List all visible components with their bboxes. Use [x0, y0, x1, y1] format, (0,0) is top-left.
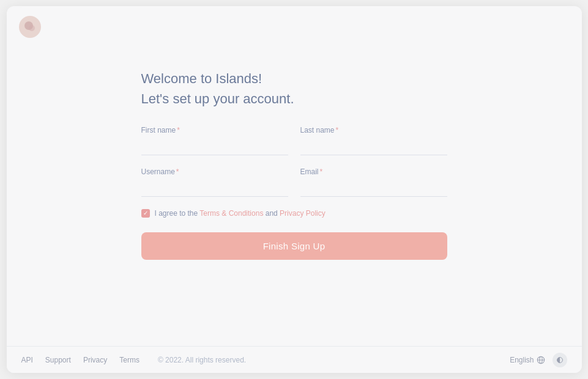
last-name-input[interactable]: [300, 138, 447, 155]
first-name-input[interactable]: [141, 138, 288, 155]
username-input[interactable]: [141, 180, 288, 197]
agreement-label: I agree to the Terms & Conditions and Pr…: [155, 209, 326, 218]
email-group: Email*: [300, 167, 447, 197]
name-row: First name* Last name*: [141, 126, 447, 155]
email-input[interactable]: [300, 180, 447, 197]
footer-privacy-link[interactable]: Privacy: [83, 356, 107, 364]
footer-copyright: © 2022. All rights reserved.: [158, 356, 246, 364]
footer-terms-link[interactable]: Terms: [119, 356, 140, 364]
terms-link[interactable]: Terms & Conditions: [199, 209, 263, 218]
footer-right: English: [510, 353, 567, 367]
welcome-title: Welcome to Islands! Let's set up your ac…: [141, 68, 447, 109]
svg-point-1: [29, 25, 35, 31]
app-logo: [19, 16, 41, 38]
main-content: Welcome to Islands! Let's set up your ac…: [7, 6, 582, 346]
app-window: Welcome to Islands! Let's set up your ac…: [7, 6, 582, 373]
theme-toggle-button[interactable]: [553, 353, 567, 367]
email-label: Email*: [300, 167, 447, 176]
logo-area: [19, 16, 41, 38]
globe-icon: [537, 356, 545, 364]
language-selector[interactable]: English: [510, 356, 545, 364]
username-group: Username*: [141, 167, 288, 197]
form-container: Welcome to Islands! Let's set up your ac…: [141, 68, 447, 260]
footer: API Support Privacy Terms © 2022. All ri…: [7, 346, 582, 373]
agreement-row: I agree to the Terms & Conditions and Pr…: [141, 209, 447, 218]
footer-left: API Support Privacy Terms © 2022. All ri…: [21, 356, 510, 364]
last-name-label: Last name*: [300, 126, 447, 134]
last-name-group: Last name*: [300, 126, 447, 155]
language-label: English: [510, 356, 534, 364]
first-name-group: First name*: [141, 126, 288, 155]
privacy-link[interactable]: Privacy Policy: [280, 209, 326, 218]
footer-support-link[interactable]: Support: [45, 356, 71, 364]
agree-checkbox[interactable]: [141, 209, 150, 218]
finish-signup-button[interactable]: Finish Sign Up: [141, 232, 447, 260]
first-name-label: First name*: [141, 126, 288, 134]
username-label: Username*: [141, 167, 288, 176]
credentials-row: Username* Email*: [141, 167, 447, 197]
footer-api-link[interactable]: API: [21, 356, 33, 364]
